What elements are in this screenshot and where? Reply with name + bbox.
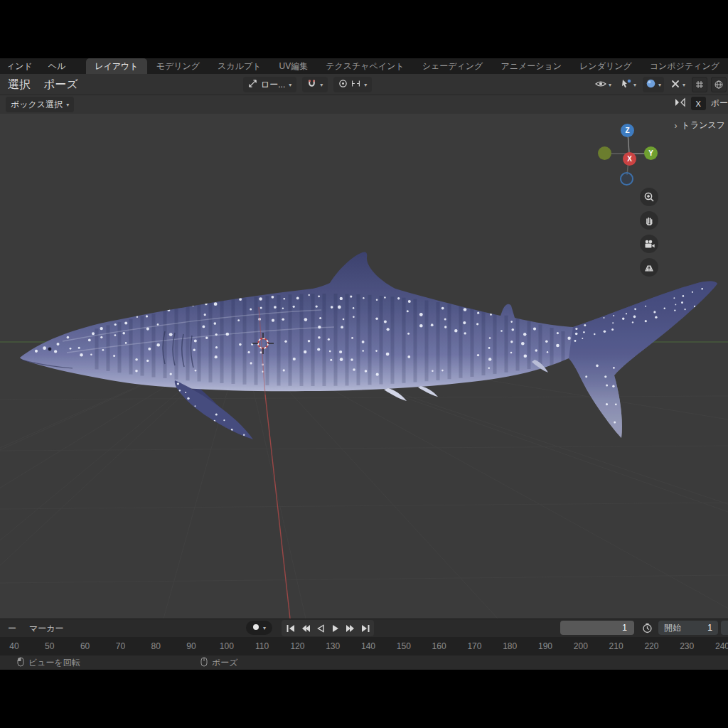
- timeline-menu-cut[interactable]: ー: [1, 621, 23, 636]
- gizmo-arrow-icon: [621, 78, 631, 92]
- ruler-frame-190: 190: [538, 641, 552, 651]
- chevron-down-icon: ▾: [289, 82, 291, 88]
- chevron-down-icon: ▾: [633, 82, 636, 88]
- frame-end-field-cut[interactable]: [721, 621, 728, 635]
- playback-controls: [282, 620, 374, 636]
- workspace-tab-UV編集[interactable]: UV編集: [270, 58, 316, 74]
- shading-sphere-icon: [646, 78, 656, 92]
- ruler-frame-80: 80: [151, 641, 161, 651]
- chevron-down-icon: ▾: [66, 102, 69, 108]
- play-reverse-button[interactable]: [314, 621, 327, 636]
- auto-keying-button[interactable]: ▾: [246, 621, 272, 635]
- tool-options-dropdown[interactable]: ▾: [668, 77, 688, 92]
- snapping-dropdown[interactable]: ▾: [302, 77, 328, 92]
- chevron-down-icon: ▾: [320, 82, 323, 88]
- gizmo-z-axis[interactable]: Z: [621, 124, 634, 137]
- viewport-canvas[interactable]: [0, 114, 728, 619]
- jump-to-start-button[interactable]: [284, 621, 297, 636]
- pan-hand-button[interactable]: [640, 211, 658, 230]
- ruler-frame-50: 50: [45, 641, 54, 651]
- record-dot-icon: [252, 623, 259, 633]
- gizmo-neg-z-axis[interactable]: [620, 172, 633, 186]
- ruler-frame-90: 90: [186, 641, 196, 651]
- pose-options-label[interactable]: ポー...: [711, 97, 728, 109]
- viewport-3d[interactable]: › トランスフ Z Y X: [0, 114, 728, 619]
- perspective-toggle-button[interactable]: [640, 258, 658, 277]
- header-center-widgets: ロー... ▾ ▾ ▾: [243, 74, 372, 95]
- mirror-x-toggle[interactable]: X: [691, 97, 706, 110]
- show-overlays-toggle[interactable]: ▾: [618, 77, 639, 92]
- workspace-tab-レイアウト[interactable]: レイアウト: [86, 58, 146, 74]
- chevron-down-icon: ▾: [658, 82, 661, 88]
- frame-start-value: 1: [707, 623, 712, 633]
- ruler-frame-150: 150: [397, 641, 411, 651]
- next-keyframe-button[interactable]: [343, 621, 357, 636]
- workspace-tab-スカルプト[interactable]: スカルプト: [209, 58, 269, 74]
- frame-start-label: 開始: [664, 622, 681, 634]
- topbar-menu-1[interactable]: ヘルプ: [42, 58, 77, 74]
- whale-shark-model[interactable]: [20, 252, 717, 445]
- ruler-frame-170: 170: [467, 641, 481, 651]
- proportional-editing-dropdown[interactable]: ▾: [333, 77, 372, 92]
- header-menu-1[interactable]: ポーズ: [37, 74, 85, 95]
- workspace-tab-アニメーション[interactable]: アニメーション: [492, 58, 570, 74]
- ruler-frame-100: 100: [220, 641, 234, 651]
- mirror-icon: [674, 97, 686, 110]
- npanel-tab-label: トランスフ: [682, 119, 725, 132]
- gizmo-neg-y-axis[interactable]: [598, 146, 611, 160]
- chevron-down-icon: ▾: [263, 625, 266, 631]
- camera-view-button[interactable]: [640, 235, 658, 253]
- prev-keyframe-button[interactable]: [299, 621, 312, 636]
- transform-orientation-dropdown[interactable]: ロー... ▾: [243, 77, 296, 92]
- editor-grid-button[interactable]: [692, 77, 707, 92]
- ruler-frame-120: 120: [290, 641, 304, 651]
- current-frame-field[interactable]: 1: [560, 621, 634, 635]
- nav-gizmo[interactable]: Z Y X: [596, 122, 664, 189]
- proportional-circle-icon: [338, 79, 348, 90]
- frame-start-field[interactable]: 開始 1: [658, 621, 718, 635]
- falloff-icon: [351, 79, 360, 90]
- zoom-button[interactable]: [640, 188, 658, 206]
- workspace-tab-テクスチャペイント[interactable]: テクスチャペイント: [317, 58, 413, 74]
- play-button[interactable]: [328, 621, 342, 636]
- show-gizmo-toggle[interactable]: ▾: [592, 77, 614, 92]
- gizmo-y-axis[interactable]: Y: [644, 146, 658, 160]
- magnet-icon: [307, 79, 316, 90]
- frame-ruler[interactable]: 4050607080901001101201301401501601701801…: [0, 637, 728, 655]
- header-menu-0[interactable]: 選択: [1, 74, 37, 95]
- chevron-down-icon: ▾: [682, 82, 685, 88]
- jump-to-end-button[interactable]: [358, 621, 372, 636]
- status-hint-rotate: ビューを回転: [17, 655, 80, 670]
- tool-settings-bar: ボックス選択 ▾ X ポー...: [0, 95, 728, 114]
- active-tool-dropdown[interactable]: ボックス選択 ▾: [6, 97, 74, 112]
- workspace-tab-モデリング[interactable]: モデリング: [148, 58, 208, 74]
- chevron-icon: ›: [675, 121, 678, 131]
- gizmo-x-axis[interactable]: X: [623, 152, 636, 166]
- npanel-collapsed-tab[interactable]: › トランスフ: [675, 119, 725, 132]
- workspace-tab-シェーディング[interactable]: シェーディング: [414, 58, 492, 74]
- ruler-frame-140: 140: [361, 641, 375, 651]
- orientation-label: ロー...: [261, 79, 285, 91]
- caudal-fin-shade: [569, 282, 717, 438]
- timeline-menus: ー マーカー: [1, 619, 70, 637]
- pose-options-group: X ポー...: [674, 97, 728, 110]
- topbar: ィンドウヘルプ レイアウトモデリングスカルプトUV編集テクスチャペイントシェーデ…: [0, 58, 728, 74]
- top-letterbox: [0, 0, 728, 58]
- topbar-menu-0[interactable]: ィンドウ: [0, 58, 42, 74]
- ruler-frame-230: 230: [680, 641, 694, 651]
- marker-menu[interactable]: マーカー: [23, 621, 70, 636]
- ruler-frame-240: 240: [715, 641, 728, 651]
- ruler-frame-70: 70: [116, 641, 125, 651]
- current-frame-value: 1: [622, 623, 627, 633]
- ruler-frame-60: 60: [80, 641, 90, 651]
- eye-icon: [595, 78, 606, 91]
- status-hint-rotate-label: ビューを回転: [28, 657, 80, 669]
- workspace-tabs: レイアウトモデリングスカルプトUV編集テクスチャペイントシェーディングアニメーシ…: [86, 58, 728, 74]
- viewport-shading-dropdown[interactable]: ▾: [643, 77, 664, 92]
- workspace-tab-レンダリング[interactable]: レンダリング: [571, 58, 641, 74]
- use-preview-range-button[interactable]: [638, 621, 655, 635]
- ruler-frame-180: 180: [503, 641, 517, 651]
- editor-globe-button[interactable]: [711, 77, 727, 92]
- chevron-down-icon: ▾: [609, 82, 611, 88]
- workspace-tab-コンポジティング[interactable]: コンポジティング: [641, 58, 728, 74]
